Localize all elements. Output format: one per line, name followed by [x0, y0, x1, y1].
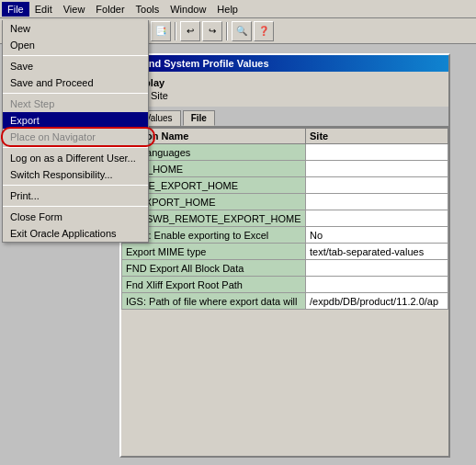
profile-site-cell[interactable] — [306, 194, 448, 210]
menu-logon-different[interactable]: Log on as a Different User... — [3, 150, 148, 166]
menubar-tools[interactable]: Tools — [130, 2, 165, 17]
profile-site-cell[interactable]: text/tab-separated-values — [306, 244, 448, 260]
separator-1 — [3, 55, 148, 56]
profile-table: Option Name Site ort LanguagesORT_HOMEMO… — [121, 128, 448, 310]
profile-site-cell[interactable] — [306, 177, 448, 194]
menu-exit-oracle[interactable]: Exit Oracle Applications — [3, 225, 148, 242]
profile-site-cell[interactable]: No — [306, 227, 448, 244]
site-checkbox-row: ✓ Site — [129, 90, 441, 101]
separator-5 — [3, 206, 148, 207]
profile-name-cell[interactable]: EGO: Enable exporting to Excel — [122, 227, 306, 244]
profile-table-container: Option Name Site ort LanguagesORT_HOMEMO… — [121, 128, 448, 310]
separator-4 — [3, 185, 148, 186]
separator-2 — [3, 93, 148, 94]
profile-site-cell[interactable]: /expdb/DB/product/11.2.0/ap — [306, 293, 448, 310]
menu-next-step: Next Step — [3, 96, 148, 112]
toolbar-undo[interactable]: ↩ — [180, 21, 200, 41]
table-row: IGS: Path of file where export data will… — [122, 293, 448, 310]
file-dropdown-menu: New Open Save Save and Proceed Next Step… — [2, 20, 149, 243]
site-label: Site — [151, 90, 168, 101]
window-title-text: Find System Profile Values — [140, 58, 269, 69]
menu-export[interactable]: Export — [3, 112, 148, 129]
toolbar-help[interactable]: ❓ — [254, 21, 274, 41]
menu-switch-responsibility[interactable]: Switch Responsibility... — [3, 166, 148, 183]
menubar-window[interactable]: Window — [164, 2, 211, 17]
menu-new[interactable]: New — [3, 20, 148, 37]
table-row: ORT_HOME — [122, 161, 448, 177]
profile-site-cell[interactable] — [306, 210, 448, 227]
profile-site-cell[interactable] — [306, 260, 448, 277]
tab-bar: ile Values File — [121, 107, 448, 128]
toolbar-search[interactable]: 🔍 — [232, 21, 252, 41]
menubar-edit[interactable]: Edit — [29, 2, 58, 17]
profile-name-cell[interactable]: ort Languages — [122, 144, 306, 161]
toolbar-sep-3 — [175, 22, 176, 40]
profile-name-cell[interactable]: MOTE_EXPORT_HOME — [122, 177, 306, 194]
menu-save-proceed[interactable]: Save and Proceed — [3, 74, 148, 91]
menubar-folder[interactable]: Folder — [90, 2, 130, 17]
menu-print[interactable]: Print... — [3, 187, 148, 204]
profile-site-cell[interactable] — [306, 144, 448, 161]
separator-3 — [3, 147, 148, 148]
table-row: ort Languages — [122, 144, 448, 161]
profile-name-cell[interactable]: ORT_HOME — [122, 161, 306, 177]
table-row: Fnd Xliff Export Root Path — [122, 277, 448, 293]
menubar: File New Open Save Save and Proceed Next… — [0, 0, 476, 18]
col-option-name: Option Name — [122, 129, 306, 144]
profile-name-cell[interactable]: CR$SWB_REMOTE_EXPORT_HOME — [122, 210, 306, 227]
profile-site-cell[interactable] — [306, 277, 448, 293]
profile-name-cell[interactable]: Fnd Xliff Export Root Path — [122, 277, 306, 293]
table-row: FND Export All Block Data — [122, 260, 448, 277]
toolbar-sep-4 — [226, 22, 228, 40]
table-row: B_EXPORT_HOME — [122, 194, 448, 210]
table-row: MOTE_EXPORT_HOME — [122, 177, 448, 194]
menubar-view[interactable]: View — [58, 2, 91, 17]
menu-place-navigator: Place on Navigator — [3, 129, 148, 145]
file-menu-wrapper: File New Open Save Save and Proceed Next… — [2, 2, 29, 17]
menubar-file[interactable]: File — [2, 2, 29, 17]
menu-open[interactable]: Open — [3, 37, 148, 53]
tab-file[interactable]: File — [183, 110, 215, 126]
table-row: CR$SWB_REMOTE_EXPORT_HOME — [122, 210, 448, 227]
profile-site-cell[interactable] — [306, 161, 448, 177]
profile-name-cell[interactable]: Export MIME type — [122, 244, 306, 260]
toolbar-paste[interactable]: 📑 — [151, 21, 171, 41]
menubar-help[interactable]: Help — [211, 2, 244, 17]
find-profile-window: - Find System Profile Values Display ✓ S… — [119, 53, 450, 458]
menu-close-form[interactable]: Close Form — [3, 209, 148, 225]
table-row: Export MIME typetext/tab-separated-value… — [122, 244, 448, 260]
display-area: Display ✓ Site — [121, 72, 448, 107]
profile-name-cell[interactable]: B_EXPORT_HOME — [122, 194, 306, 210]
col-site: Site — [306, 129, 448, 144]
toolbar-redo[interactable]: ↪ — [202, 21, 222, 41]
display-label: Display — [129, 77, 441, 88]
window-title-bar: - Find System Profile Values — [121, 55, 448, 72]
menu-save[interactable]: Save — [3, 58, 148, 74]
table-row: EGO: Enable exporting to ExcelNo — [122, 227, 448, 244]
profile-name-cell[interactable]: FND Export All Block Data — [122, 260, 306, 277]
profile-name-cell[interactable]: IGS: Path of file where export data will — [122, 293, 306, 310]
